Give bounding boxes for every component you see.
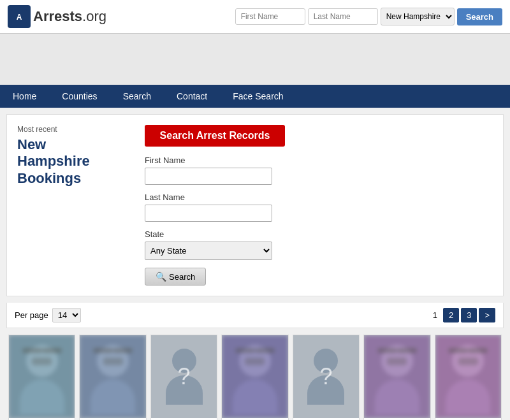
mugshot-image — [222, 335, 288, 418]
page-button-2[interactable]: 2 — [443, 308, 459, 322]
state-group: State Any State Alabama Alaska New Hamps… — [145, 229, 493, 260]
header-last-name-input[interactable] — [308, 8, 378, 25]
svg-text:A: A — [17, 13, 22, 22]
logo-text: Arrests.org — [33, 8, 106, 25]
header-search-button[interactable]: Search — [457, 8, 502, 25]
mugshot-grid: Belknap 2 Views Belknap 2 Views ? — [0, 328, 510, 420]
form-search-label: Search — [169, 272, 195, 282]
page-button-3[interactable]: 3 — [461, 308, 477, 322]
most-recent-label: Most recent — [17, 125, 132, 134]
search-icon: 🔍 — [156, 272, 166, 282]
header-state-select[interactable]: New Hampshire — [381, 8, 455, 25]
last-name-field[interactable] — [145, 205, 272, 222]
first-name-group: First Name — [145, 156, 493, 185]
logo-icon: A — [8, 5, 31, 28]
navigation-bar: Home Counties Search Contact Face Search — [0, 85, 510, 108]
nav-item-face-search[interactable]: Face Search — [220, 85, 296, 108]
page-number-1: 1 — [429, 308, 441, 322]
mugshot-image — [364, 335, 430, 418]
pagination: 1 2 3 > — [429, 308, 495, 322]
per-page-label: Per page — [15, 310, 48, 320]
first-name-field[interactable] — [145, 168, 272, 185]
header-search-bar: New Hampshire Search — [235, 8, 502, 25]
mugshot-image: ? — [293, 335, 359, 418]
per-page-area: Per page 7 14 21 28 — [15, 308, 81, 322]
content-area: Most recent New Hampshire Bookings Searc… — [6, 114, 504, 296]
header-first-name-input[interactable] — [235, 8, 305, 25]
nav-item-search[interactable]: Search — [110, 85, 164, 108]
nav-item-counties[interactable]: Counties — [49, 85, 110, 108]
mugshot-image — [9, 335, 75, 418]
nav-item-contact[interactable]: Contact — [164, 85, 220, 108]
search-arrest-title: Search Arrest Records — [145, 125, 285, 147]
mugshot-card[interactable]: ? Belknap 161 Views — [293, 335, 360, 420]
page-header: A Arrests.org New Hampshire Search — [0, 0, 510, 34]
first-name-label: First Name — [145, 156, 493, 165]
form-search-button[interactable]: 🔍 Search — [145, 268, 206, 286]
mugshot-card[interactable]: Belknap 2 Views — [79, 335, 146, 420]
mugshot-card[interactable]: Belknap 133 Views — [435, 335, 502, 420]
logo-area: A Arrests.org — [8, 5, 106, 28]
results-controls: Per page 7 14 21 28 1 2 3 > — [6, 303, 504, 328]
mugshot-card[interactable]: ? Belknap 3 Views — [150, 335, 217, 420]
last-name-group: Last Name — [145, 192, 493, 222]
mugshot-image — [435, 335, 501, 418]
per-page-select[interactable]: 7 14 21 28 — [52, 308, 81, 322]
state-label: State — [145, 229, 493, 239]
ad-banner — [0, 34, 510, 85]
state-select[interactable]: Any State Alabama Alaska New Hampshire N… — [145, 242, 272, 260]
nav-item-home[interactable]: Home — [0, 85, 49, 108]
mugshot-card[interactable]: Belknap 555 Views — [221, 335, 288, 420]
next-page-button[interactable]: > — [479, 308, 495, 322]
search-form-panel: Search Arrest Records First Name Last Na… — [132, 125, 493, 286]
bookings-title: New Hampshire Bookings — [17, 136, 132, 187]
last-name-label: Last Name — [145, 192, 493, 202]
left-panel: Most recent New Hampshire Bookings — [17, 125, 132, 286]
mugshot-image — [80, 335, 145, 418]
mugshot-card[interactable]: Belknap 2 Views — [8, 335, 75, 420]
mugshot-card[interactable]: Belknap 165 Views — [363, 335, 430, 420]
mugshot-image: ? — [151, 335, 217, 418]
